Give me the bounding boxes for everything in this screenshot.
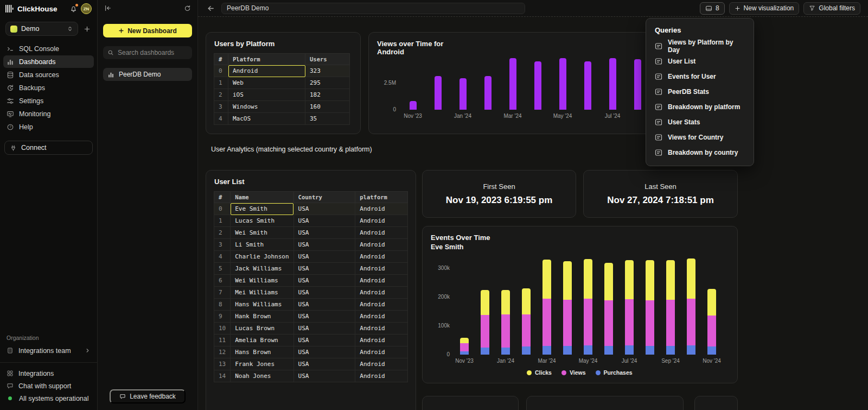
cell[interactable]: MacOS	[228, 113, 305, 125]
cell[interactable]: Lucas Smith	[231, 215, 293, 227]
bar[interactable]	[609, 58, 616, 110]
table-row[interactable]: 13Frank JonesUSAAndroid	[214, 358, 408, 370]
table-row[interactable]: 12Hans BrownUSAAndroid	[214, 346, 408, 358]
back-button[interactable]	[206, 3, 216, 14]
table-row[interactable]: 14Noah JonesUSAAndroid	[214, 370, 408, 382]
row-index[interactable]: 1	[214, 77, 228, 89]
workspace-selector[interactable]: Demo	[5, 22, 78, 36]
cell[interactable]: Mei Williams	[231, 287, 293, 299]
cell[interactable]: 35	[305, 113, 350, 125]
cell[interactable]: 295	[305, 77, 350, 89]
cell[interactable]: Android	[355, 251, 408, 263]
cell[interactable]: Amelia Brown	[231, 335, 293, 346]
sidebar-item-dashboards[interactable]: Dashboards	[3, 55, 94, 68]
cell[interactable]: Frank Jones	[231, 358, 293, 370]
cell[interactable]: USA	[293, 299, 355, 311]
sidebar-item-integrations[interactable]: Integrations	[0, 367, 97, 380]
cell[interactable]: Hans Williams	[231, 299, 293, 311]
table-row[interactable]: 3Windows160	[214, 101, 350, 113]
bar[interactable]	[460, 338, 469, 355]
row-index[interactable]: 12	[214, 346, 231, 358]
row-index[interactable]: 4	[214, 113, 228, 125]
bar[interactable]	[522, 288, 531, 355]
row-index[interactable]: 2	[214, 227, 231, 239]
collapse-panel-button[interactable]	[103, 3, 113, 13]
cell[interactable]: Eve Smith	[231, 203, 293, 215]
table-row[interactable]: 0Eve SmithUSAAndroid	[214, 203, 408, 215]
cell[interactable]: USA	[293, 251, 355, 263]
sidebar-item-help[interactable]: ? Help	[3, 121, 94, 133]
cell[interactable]: 160	[305, 101, 350, 113]
cell[interactable]: Lucas Brown	[231, 323, 293, 335]
cell[interactable]: Android	[355, 287, 408, 299]
cell[interactable]: USA	[293, 239, 355, 251]
query-menu-item[interactable]: Events for User	[649, 69, 750, 84]
row-index[interactable]: 13	[214, 358, 231, 370]
cell[interactable]: Jack Williams	[231, 263, 293, 275]
table-row[interactable]: 2Wei SmithUSAAndroid	[214, 227, 408, 239]
sidebar-item-integrations-team[interactable]: Integrations team	[0, 344, 97, 357]
legend-item[interactable]: Views	[561, 369, 586, 376]
bar[interactable]	[542, 260, 551, 355]
bar[interactable]	[435, 76, 442, 110]
cell[interactable]: USA	[293, 335, 355, 346]
bar[interactable]	[707, 289, 716, 355]
table-row[interactable]: 4MacOS35	[214, 113, 350, 125]
cell[interactable]: Android	[355, 323, 408, 335]
bar[interactable]	[584, 61, 591, 110]
row-index[interactable]: 0	[214, 203, 231, 215]
bar[interactable]	[509, 58, 516, 110]
cell[interactable]: Android	[355, 311, 408, 323]
row-index[interactable]: 7	[214, 287, 231, 299]
cell[interactable]: Android	[355, 215, 408, 227]
row-index[interactable]: 11	[214, 335, 231, 346]
table-row[interactable]: 1Lucas SmithUSAAndroid	[214, 215, 408, 227]
cell[interactable]: Hank Brown	[231, 311, 293, 323]
sidebar-item-settings[interactable]: Settings	[3, 94, 94, 107]
cell[interactable]: Android	[355, 227, 408, 239]
row-index[interactable]: 10	[214, 323, 231, 335]
cell[interactable]: USA	[293, 263, 355, 275]
bar[interactable]	[410, 101, 417, 110]
table-row[interactable]: 7Mei WilliamsUSAAndroid	[214, 287, 408, 299]
dashboard-list-item[interactable]: PeerDB Demo	[103, 68, 192, 81]
add-service-button[interactable]	[82, 24, 92, 34]
cell[interactable]: USA	[293, 358, 355, 370]
row-index[interactable]: 4	[214, 251, 231, 263]
bar[interactable]	[534, 61, 541, 110]
bar[interactable]	[559, 58, 566, 110]
refresh-button[interactable]	[183, 4, 192, 13]
cell[interactable]: USA	[293, 215, 355, 227]
cell[interactable]: Noah Jones	[231, 370, 293, 382]
cell[interactable]: Android	[355, 335, 408, 346]
bar[interactable]	[501, 290, 510, 355]
query-menu-item[interactable]: User Stats	[649, 115, 750, 130]
query-menu-item[interactable]: User List	[649, 54, 750, 69]
query-menu-item[interactable]: Breakdown by platform	[649, 99, 750, 115]
cell[interactable]: Wei Williams	[231, 275, 293, 287]
cell[interactable]: USA	[293, 227, 355, 239]
cell[interactable]: USA	[293, 275, 355, 287]
row-index[interactable]: 6	[214, 275, 231, 287]
leave-feedback-button[interactable]: Leave feedback	[110, 389, 186, 403]
cell[interactable]: iOS	[228, 89, 305, 101]
table-row[interactable]: 5Jack WilliamsUSAAndroid	[214, 263, 408, 275]
bar[interactable]	[481, 290, 489, 355]
row-index[interactable]: 0	[214, 65, 228, 77]
table-row[interactable]: 1Web295	[214, 77, 350, 89]
system-status-item[interactable]: All systems operational	[0, 392, 97, 405]
cell[interactable]: Android	[355, 370, 408, 382]
query-menu-item[interactable]: PeerDB Stats	[649, 84, 750, 99]
row-index[interactable]: 3	[214, 239, 231, 251]
cell[interactable]: Wei Smith	[231, 227, 293, 239]
cell[interactable]: Windows	[228, 101, 305, 113]
cell[interactable]: Charlie Johnson	[231, 251, 293, 263]
cell[interactable]: Android	[355, 263, 408, 275]
table-row[interactable]: 10Lucas BrownUSAAndroid	[214, 323, 408, 335]
sidebar-item-data-sources[interactable]: Data sources	[3, 68, 94, 81]
cell[interactable]: Android	[355, 299, 408, 311]
cell[interactable]: Android	[355, 275, 408, 287]
bar[interactable]	[459, 78, 467, 110]
sidebar-item-chat-support[interactable]: Chat with support	[0, 380, 97, 392]
bar[interactable]	[625, 260, 634, 355]
